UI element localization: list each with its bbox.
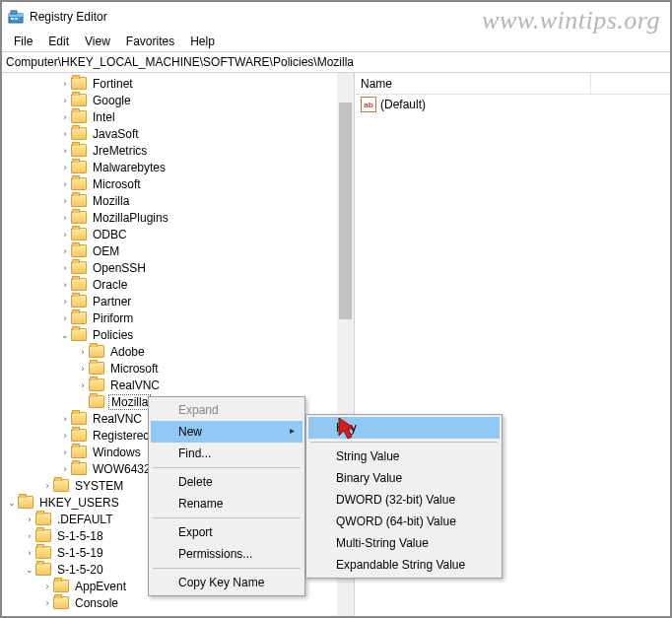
menu-help[interactable]: Help	[182, 33, 223, 50]
expand-toggle-icon[interactable]: ›	[59, 414, 71, 424]
tree-item-label: ODBC	[91, 228, 129, 241]
svg-rect-4	[15, 18, 18, 20]
tree-item[interactable]: ›Partner	[2, 293, 354, 309]
expand-toggle-icon[interactable]: ›	[77, 347, 89, 357]
expand-toggle-icon[interactable]: ›	[77, 364, 89, 374]
ctx-export[interactable]: Export	[151, 521, 302, 543]
new-key[interactable]: Key	[308, 417, 500, 439]
ctx-new[interactable]: New	[151, 421, 302, 443]
folder-icon	[71, 429, 87, 442]
folder-icon	[71, 211, 87, 224]
ctx-find[interactable]: Find...	[151, 443, 302, 464]
expand-toggle-icon[interactable]: ›	[59, 447, 71, 457]
menu-view[interactable]: View	[77, 33, 118, 50]
expand-toggle-icon[interactable]: ›	[41, 598, 53, 608]
expand-toggle-icon[interactable]: ›	[59, 313, 71, 323]
tree-item[interactable]: ›RealVNC	[2, 377, 354, 393]
tree-item[interactable]: ›Adobe	[2, 343, 354, 360]
expand-toggle-icon[interactable]: ›	[59, 163, 71, 172]
expand-toggle-icon[interactable]: ›	[24, 548, 35, 558]
folder-icon	[89, 345, 104, 358]
expand-toggle-icon[interactable]: ›	[24, 531, 35, 541]
ctx-copy-key-name[interactable]: Copy Key Name	[151, 572, 302, 593]
list-header: Name	[355, 73, 670, 95]
tree-item[interactable]: ›Microsoft	[2, 175, 354, 192]
column-name[interactable]: Name	[355, 73, 591, 94]
tree-item[interactable]: ›OEM	[2, 242, 354, 259]
tree-item-label: AppEvent	[73, 580, 128, 593]
tree-item-label: Piriform	[91, 311, 135, 325]
expand-toggle-icon[interactable]: ⌄	[59, 330, 71, 340]
expand-toggle-icon[interactable]: ›	[24, 515, 35, 524]
scrollbar-thumb[interactable]	[339, 103, 352, 319]
tree-item-label: Google	[91, 94, 133, 107]
folder-icon	[71, 127, 87, 140]
expand-toggle-icon[interactable]: ›	[59, 196, 71, 206]
folder-icon	[71, 244, 87, 257]
expand-toggle-icon[interactable]: ›	[59, 146, 71, 156]
expand-toggle-icon[interactable]: ›	[59, 464, 71, 474]
new-expandstring-value[interactable]: Expandable String Value	[308, 554, 500, 576]
tree-item[interactable]: ›Console	[2, 594, 354, 611]
expand-toggle-icon[interactable]: ›	[59, 263, 71, 273]
expand-toggle-icon[interactable]: ›	[59, 79, 71, 89]
expand-toggle-icon[interactable]: ›	[59, 230, 71, 240]
tree-item-label: S-1-5-18	[55, 529, 105, 543]
expand-toggle-icon[interactable]: ›	[59, 246, 71, 256]
tree-item[interactable]: ›Microsoft	[2, 360, 354, 377]
menu-file[interactable]: File	[6, 33, 40, 50]
ctx-delete[interactable]: Delete	[151, 471, 302, 493]
tree-item[interactable]: ›Oracle	[2, 276, 354, 293]
menu-edit[interactable]: Edit	[40, 33, 77, 50]
new-string-value[interactable]: String Value	[308, 446, 500, 467]
expand-toggle-icon[interactable]: ›	[41, 481, 53, 491]
tree-item[interactable]: ›Piriform	[2, 309, 354, 326]
expand-toggle-icon[interactable]: ›	[41, 582, 53, 591]
new-multistring-value[interactable]: Multi-String Value	[308, 532, 500, 554]
tree-item[interactable]: ›Mozilla	[2, 192, 354, 209]
expand-toggle-icon[interactable]: ›	[59, 297, 71, 307]
value-row-default[interactable]: ab (Default)	[355, 95, 670, 114]
ctx-rename[interactable]: Rename	[151, 493, 302, 515]
expand-toggle-icon[interactable]: ⌄	[24, 565, 35, 575]
folder-icon	[89, 362, 104, 375]
ctx-permissions[interactable]: Permissions...	[151, 543, 302, 565]
expand-toggle-icon[interactable]: ›	[59, 112, 71, 122]
tree-item-label: Mozilla	[91, 194, 131, 208]
folder-icon	[71, 194, 87, 207]
address-bar[interactable]: Computer\HKEY_LOCAL_MACHINE\SOFTWARE\Pol…	[2, 51, 670, 73]
expand-toggle-icon[interactable]: ›	[59, 213, 71, 223]
tree-item-label: JavaSoft	[91, 127, 141, 141]
expand-toggle-icon[interactable]: ⌄	[6, 498, 18, 508]
expand-toggle-icon[interactable]: ›	[59, 280, 71, 290]
expand-toggle-icon[interactable]: ›	[59, 129, 71, 139]
tree-item[interactable]: ›JavaSoft	[2, 125, 354, 142]
tree-item[interactable]: ›Google	[2, 92, 354, 108]
tree-item-label: Console	[73, 596, 120, 610]
new-qword-value[interactable]: QWORD (64-bit) Value	[308, 511, 500, 532]
tree-item[interactable]: ›Fortinet	[2, 75, 354, 92]
expand-toggle-icon[interactable]: ›	[77, 380, 89, 390]
tree-item-label: Partner	[91, 295, 133, 309]
tree-item[interactable]: ›OpenSSH	[2, 259, 354, 276]
folder-icon	[89, 395, 104, 408]
tree-item-label: Adobe	[108, 345, 147, 359]
new-dword-value[interactable]: DWORD (32-bit) Value	[308, 489, 500, 511]
expand-toggle-icon[interactable]: ›	[59, 431, 71, 441]
tree-item[interactable]: ›MozillaPlugins	[2, 209, 354, 226]
tree-item-label: Mozilla	[108, 394, 151, 410]
folder-icon	[71, 311, 87, 324]
tree-item-label: OEM	[91, 244, 121, 258]
address-path: Computer\HKEY_LOCAL_MACHINE\SOFTWARE\Pol…	[6, 55, 354, 69]
tree-item-label: RealVNC	[91, 412, 144, 426]
menu-favorites[interactable]: Favorites	[118, 33, 182, 50]
tree-item[interactable]: ›ODBC	[2, 226, 354, 242]
tree-item[interactable]: ›JreMetrics	[2, 142, 354, 159]
expand-toggle-icon[interactable]: ›	[59, 179, 71, 189]
tree-item[interactable]: ›Intel	[2, 108, 354, 125]
tree-item[interactable]: ›Malwarebytes	[2, 159, 354, 175]
expand-toggle-icon[interactable]: ›	[59, 96, 71, 105]
new-binary-value[interactable]: Binary Value	[308, 467, 500, 489]
tree-item-policies[interactable]: ⌄Policies	[2, 326, 354, 343]
ctx-expand[interactable]: Expand	[151, 399, 302, 421]
